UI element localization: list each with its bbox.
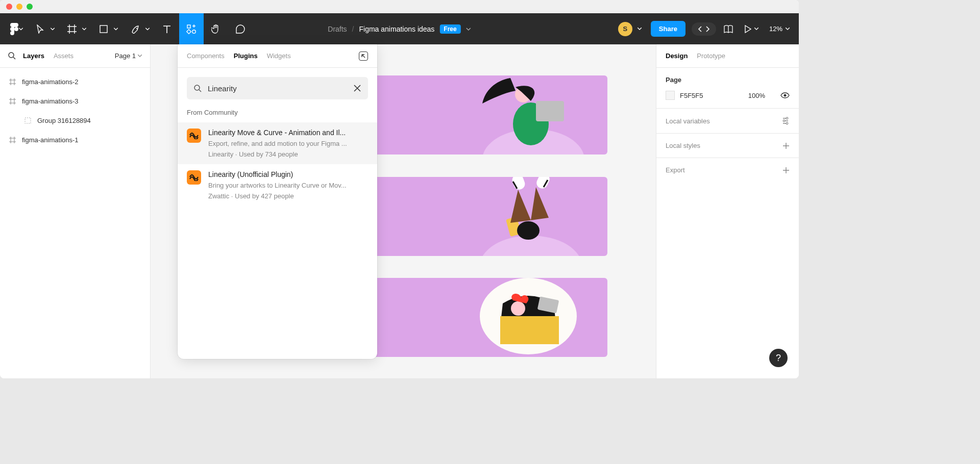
frame-tool-button[interactable] [60, 13, 91, 44]
resources-header: Components Plugins Widgets [178, 44, 377, 68]
pointer-icon [36, 24, 44, 34]
svg-rect-9 [536, 101, 564, 121]
layers-panel: Layers Assets Page 1 figma-animations-2 … [0, 44, 151, 378]
layer-item[interactable]: Group 316128894 [0, 111, 150, 130]
plugin-icon [187, 170, 201, 185]
user-avatar[interactable]: S [618, 22, 632, 36]
resources-tool-button[interactable] [179, 13, 204, 44]
pen-icon [131, 24, 140, 34]
plugin-result[interactable]: Linearity (Unofficial Plugin) Bring your… [178, 164, 377, 206]
svg-rect-14 [511, 177, 527, 191]
help-button[interactable]: ? [769, 349, 788, 367]
search-icon[interactable] [8, 52, 16, 60]
svg-rect-15 [535, 177, 552, 190]
layer-item[interactable]: figma-animations-1 [0, 130, 150, 149]
illustration [482, 177, 579, 256]
resources-icon [186, 24, 197, 34]
text-tool-button[interactable] [155, 13, 179, 44]
breadcrumb-separator: / [352, 25, 354, 33]
tab-design[interactable]: Design [666, 52, 688, 60]
avatar-chevron-icon[interactable] [638, 28, 642, 30]
plugin-search [187, 77, 368, 99]
tab-plugins[interactable]: Plugins [234, 52, 258, 60]
local-styles-section[interactable]: Local styles [656, 134, 799, 158]
toolbar: Drafts / Figma animations ideas Free S S… [0, 13, 799, 44]
tab-assets[interactable]: Assets [54, 52, 74, 60]
tab-layers[interactable]: Layers [23, 52, 44, 60]
file-title-area: Drafts / Figma animations ideas Free [328, 24, 471, 34]
svg-rect-1 [100, 25, 107, 33]
plugin-result[interactable]: Linearity Move & Curve - Animation and I… [178, 122, 377, 164]
page-selector[interactable]: Page 1 [115, 52, 142, 60]
book-icon [723, 24, 734, 34]
play-icon [744, 25, 751, 33]
svg-rect-17 [500, 316, 559, 344]
popout-button[interactable] [359, 51, 368, 61]
plugin-description: Bring your artworks to Linearity Curve o… [208, 182, 368, 189]
search-icon [194, 85, 202, 92]
eye-icon [780, 92, 790, 98]
tab-components[interactable]: Components [187, 52, 225, 60]
text-icon [162, 24, 172, 34]
opacity-value[interactable]: 100% [748, 92, 765, 99]
local-variables-section[interactable]: Local variables [656, 109, 799, 134]
figma-logo-icon [10, 22, 19, 36]
svg-point-22 [783, 120, 785, 122]
frame-icon [9, 98, 16, 105]
svg-point-23 [786, 122, 788, 124]
svg-point-21 [786, 117, 788, 119]
zoom-value: 12% [769, 25, 782, 33]
color-swatch[interactable] [666, 91, 675, 100]
svg-rect-6 [25, 118, 31, 123]
hand-tool-button[interactable] [204, 13, 228, 44]
comment-tool-button[interactable] [228, 13, 253, 44]
plugin-title: Linearity (Unofficial Plugin) [208, 170, 368, 178]
present-button[interactable] [741, 25, 762, 33]
layer-name: Group 316128894 [37, 117, 91, 124]
shape-tool-button[interactable] [91, 13, 123, 44]
tab-widgets[interactable]: Widgets [267, 52, 291, 60]
minimize-window-button[interactable] [16, 4, 22, 10]
tab-prototype[interactable]: Prototype [697, 52, 725, 60]
maximize-window-button[interactable] [27, 4, 33, 10]
plugin-description: Export, refine, and add motion to your F… [208, 140, 368, 147]
layer-name: figma-animations-2 [22, 78, 79, 86]
svg-point-5 [9, 53, 14, 58]
main-menu-button[interactable] [0, 13, 28, 44]
section-title: From Community [178, 109, 377, 122]
plugin-meta: Zwattic · Used by 427 people [208, 192, 368, 200]
visibility-toggle[interactable] [780, 92, 790, 98]
close-window-button[interactable] [6, 4, 12, 10]
share-button[interactable]: Share [651, 21, 685, 37]
clear-search-button[interactable] [354, 85, 361, 92]
plugin-title: Linearity Move & Curve - Animation and I… [208, 128, 368, 137]
layers-list: figma-animations-2 figma-animations-3 Gr… [0, 68, 150, 153]
app-window: Drafts / Figma animations ideas Free S S… [0, 0, 799, 378]
file-name[interactable]: Figma animations ideas [359, 25, 435, 33]
svg-point-18 [511, 301, 525, 316]
free-badge: Free [439, 24, 460, 34]
settings-icon [781, 117, 790, 125]
dev-mode-button[interactable] [692, 22, 716, 36]
layer-item[interactable]: figma-animations-3 [0, 91, 150, 111]
close-icon [354, 85, 361, 92]
pen-tool-button[interactable] [123, 13, 155, 44]
layer-name: figma-animations-3 [22, 97, 79, 105]
move-tool-button[interactable] [28, 13, 60, 44]
toolbar-left [0, 13, 253, 44]
design-panel: Design Prototype Page F5F5F5 100% Local … [656, 44, 799, 378]
export-section[interactable]: Export [656, 158, 799, 182]
traffic-lights [6, 4, 33, 10]
zoom-control[interactable]: 12% [769, 25, 790, 33]
svg-rect-3 [187, 29, 191, 33]
color-hex-value[interactable]: F5F5F5 [680, 92, 743, 99]
library-button[interactable] [719, 24, 738, 34]
svg-point-0 [14, 27, 18, 31]
layer-name: figma-animations-1 [22, 136, 79, 144]
layer-item[interactable]: figma-animations-2 [0, 72, 150, 91]
toolbar-right: S Share 12% [618, 21, 799, 37]
page-label: Page [666, 76, 790, 84]
plugin-search-input[interactable] [208, 84, 348, 93]
breadcrumb-drafts[interactable]: Drafts [328, 25, 347, 33]
file-chevron-icon[interactable] [466, 28, 471, 31]
